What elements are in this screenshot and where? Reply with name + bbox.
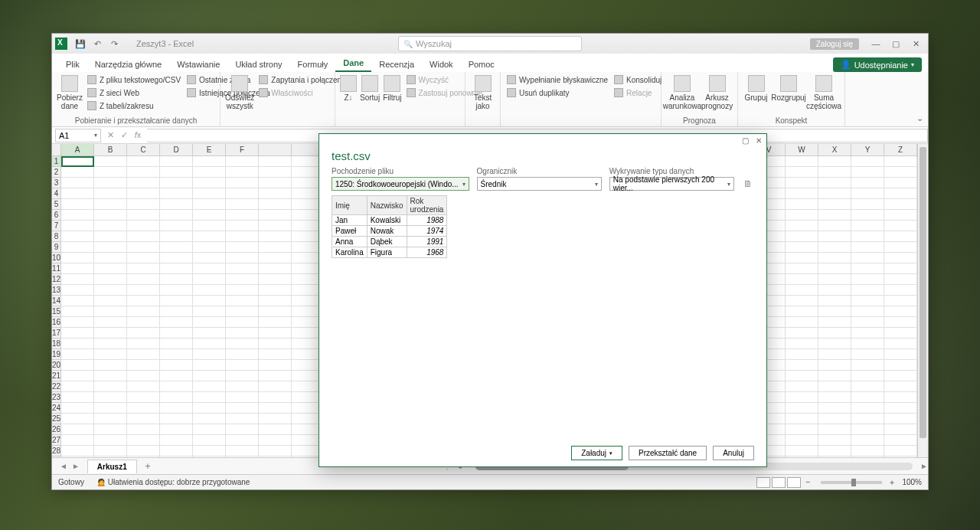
text-to-columns-button[interactable]: Tekst jako [470, 74, 495, 110]
sheet-prev-icon[interactable]: ◄ [60, 462, 67, 470]
excel-window: 💾 ↶ ↷ Zeszyt3 - Excel Wyszukaj Zaloguj s… [51, 33, 929, 490]
redo-icon[interactable]: ↷ [107, 37, 121, 51]
quick-access-toolbar: 💾 ↶ ↷ [74, 37, 121, 51]
window-title: Zeszyt3 - Excel [136, 39, 194, 48]
consolidate[interactable]: Konsoliduj [612, 74, 663, 86]
zoom-slider[interactable] [821, 481, 882, 484]
menu-narzedzia[interactable]: Narzędzia główne [87, 57, 169, 72]
cancel-button[interactable]: Anuluj [713, 446, 754, 460]
what-if-button[interactable]: Analiza warunkowa [666, 74, 698, 110]
zoom-out-icon[interactable]: − [806, 478, 811, 486]
menu-formuly[interactable]: Formuły [290, 57, 336, 72]
view-layout-icon[interactable] [772, 477, 786, 488]
delimiter-select[interactable]: Średnik [477, 177, 602, 191]
ungroup-button[interactable]: Rozgrupuj [773, 74, 805, 102]
view-normal-icon[interactable] [756, 477, 770, 488]
relationships: Relacje [612, 87, 663, 99]
preview-table: ImięNazwiskoRok urodzenia JanKowalski198… [332, 195, 447, 258]
data-type-detection-label: Wykrywanie typu danych [609, 167, 734, 175]
get-data-button[interactable]: Pobierz dane [57, 74, 83, 110]
zoom-in-icon[interactable]: ＋ [888, 477, 896, 488]
collapse-ribbon-icon[interactable]: ⌄ [916, 113, 923, 123]
ribbon: Pobierz dane Z pliku tekstowego/CSV Z si… [52, 72, 928, 127]
row-headers[interactable]: 1234567891011121314151617181920212223242… [52, 156, 61, 457]
from-table[interactable]: Z tabeli/zakresu [86, 100, 182, 112]
refresh-all-button[interactable]: Odśwież wszystk [225, 74, 254, 110]
file-origin-label: Pochodzenie pliku [332, 167, 469, 175]
maximize-button[interactable]: ▢ [887, 36, 905, 51]
subtotal-button[interactable]: Suma częściowa [808, 74, 840, 110]
menu-plik[interactable]: Plik [58, 57, 87, 72]
settings-icon[interactable]: 🗎 [742, 178, 754, 191]
hscroll-right-icon[interactable]: ► [920, 462, 928, 470]
remove-duplicates[interactable]: Usuń duplikaty [505, 87, 609, 99]
menu-dane[interactable]: Dane [335, 55, 371, 72]
menu-bar: Plik Narzędzia główne Wstawianie Układ s… [52, 54, 928, 72]
status-ready: Gotowy [58, 478, 84, 486]
status-bar: Gotowy 🙍 Ułatwienia dostępu: dobrze przy… [52, 474, 928, 489]
dialog-filename: test.csv [332, 149, 754, 162]
csv-import-dialog: ▢ ✕ test.csv Pochodzenie pliku 1250: Śro… [318, 133, 767, 467]
name-box[interactable]: A1 [55, 129, 101, 142]
undo-icon[interactable]: ↶ [90, 37, 104, 51]
share-button[interactable]: 👤Udostępnianie▾ [833, 57, 922, 72]
dialog-close-icon[interactable]: ✕ [754, 136, 763, 146]
flash-fill[interactable]: Wypełnianie błyskawiczne [505, 74, 609, 86]
menu-uklad[interactable]: Układ strony [227, 57, 289, 72]
from-text-csv[interactable]: Z pliku tekstowego/CSV [86, 74, 182, 86]
title-bar: 💾 ↶ ↷ Zeszyt3 - Excel Wyszukaj Zaloguj s… [52, 34, 928, 54]
save-icon[interactable]: 💾 [74, 37, 87, 51]
login-button[interactable]: Zaloguj się [810, 38, 859, 50]
file-origin-select[interactable]: 1250: Środkowoeuropejski (Windo... [332, 177, 469, 191]
menu-pomoc[interactable]: Pomoc [461, 57, 502, 72]
view-pagebreak-icon[interactable] [787, 477, 801, 488]
transform-data-button[interactable]: Przekształć dane [629, 446, 707, 460]
from-web[interactable]: Z sieci Web [86, 87, 182, 99]
minimize-button[interactable]: ― [867, 36, 885, 51]
group-button[interactable]: Grupuj [743, 74, 769, 102]
sheet-next-icon[interactable]: ► [72, 462, 80, 470]
excel-icon [55, 38, 67, 50]
add-sheet-button[interactable]: ＋ [143, 460, 152, 473]
group-label: Pobieranie i przekształcanie danych [57, 115, 215, 126]
menu-recenzja[interactable]: Recenzja [371, 57, 422, 72]
accessibility-status: 🙍 Ułatwienia dostępu: dobrze przygotowan… [96, 478, 250, 486]
search-input[interactable]: Wyszukaj [398, 36, 582, 51]
fx-icon[interactable]: fx [132, 130, 144, 140]
cancel-formula-icon[interactable]: ✕ [104, 130, 116, 140]
close-button[interactable]: ✕ [906, 36, 925, 51]
forecast-sheet-button[interactable]: Arkusz prognozy [701, 74, 733, 110]
zoom-level: 100% [902, 478, 922, 486]
select-all-corner[interactable] [52, 144, 61, 156]
delimiter-label: Ogranicznik [477, 167, 602, 175]
sort-button[interactable]: Sortuj [360, 74, 380, 102]
filter-button[interactable]: Filtruj [383, 74, 401, 102]
menu-widok[interactable]: Widok [422, 57, 461, 72]
accept-formula-icon[interactable]: ✓ [118, 130, 130, 140]
menu-wstawianie[interactable]: Wstawianie [169, 57, 227, 72]
data-type-detection-select[interactable]: Na podstawie pierwszych 200 wier... [609, 177, 734, 191]
load-button[interactable]: Załaduj [571, 446, 622, 460]
sort-az-button[interactable]: Z↓ [340, 74, 357, 102]
sheet-tab-arkusz1[interactable]: Arkusz1 [87, 460, 137, 473]
dialog-maximize-icon[interactable]: ▢ [740, 136, 750, 146]
vertical-scrollbar[interactable] [917, 144, 928, 457]
